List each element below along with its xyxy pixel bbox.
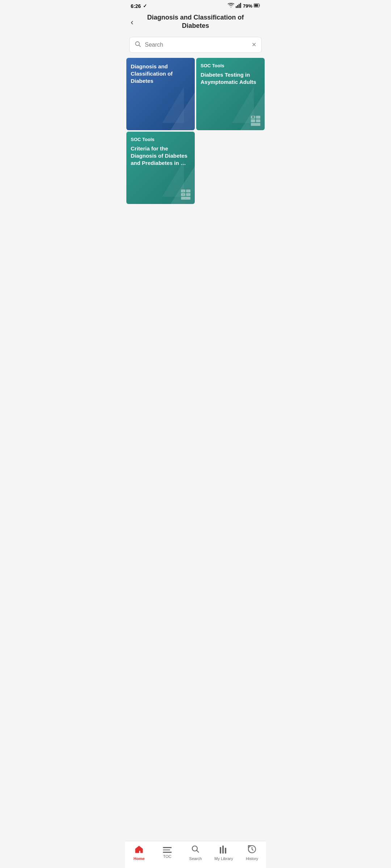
page-title: Diagnosis and Classification of Diabetes [145,13,246,30]
battery-label: 79% [243,3,252,9]
svg-rect-1 [237,5,238,8]
status-icons: 79% [228,3,260,9]
card-title: Diagnosis and Classification of Diabetes [131,63,190,85]
main-content: Diagnosis and Classification of Diabetes… [125,57,266,237]
card-criteria-diagnosis[interactable]: SOC Tools Criteria for the Diagnosis of … [126,132,195,204]
search-clear-icon[interactable]: ✕ [252,41,256,48]
card-content: Diagnosis and Classification of Diabetes [126,58,195,130]
card-diabetes-testing[interactable]: SOC Tools Diabetes Testing in Asymptomat… [196,58,265,130]
search-bar[interactable]: ✕ [129,37,262,53]
back-button[interactable]: ‹ [131,18,133,27]
cards-grid: Diagnosis and Classification of Diabetes… [125,57,266,205]
calculator-icon: + - × - - [181,190,190,200]
status-time: 6:26 ✓ [131,3,147,9]
page-header: ‹ Diagnosis and Classification of Diabet… [125,10,266,35]
svg-rect-2 [239,4,240,8]
svg-rect-5 [255,4,258,7]
search-input[interactable] [145,42,248,48]
card-title: Criteria for the Diagnosis of Diabetes a… [131,145,190,167]
card-diagnosis-classification[interactable]: Diagnosis and Classification of Diabetes [126,58,195,130]
signal-icon [236,3,241,9]
calculator-icon: ⊞ [251,116,260,126]
check-icon: ✓ [143,3,147,9]
card-title: Diabetes Testing in Asymptomatic Adults [201,71,260,86]
search-icon [135,41,141,49]
svg-rect-3 [240,3,241,8]
status-bar: 6:26 ✓ 79% [125,0,266,10]
card-tag: SOC Tools [201,63,260,68]
wifi-icon [228,3,234,9]
card-tag: SOC Tools [131,137,190,142]
svg-rect-0 [236,6,237,8]
battery-icon [254,3,260,9]
time-display: 6:26 [131,3,141,9]
svg-point-6 [135,42,139,46]
search-container: ✕ [125,35,266,57]
